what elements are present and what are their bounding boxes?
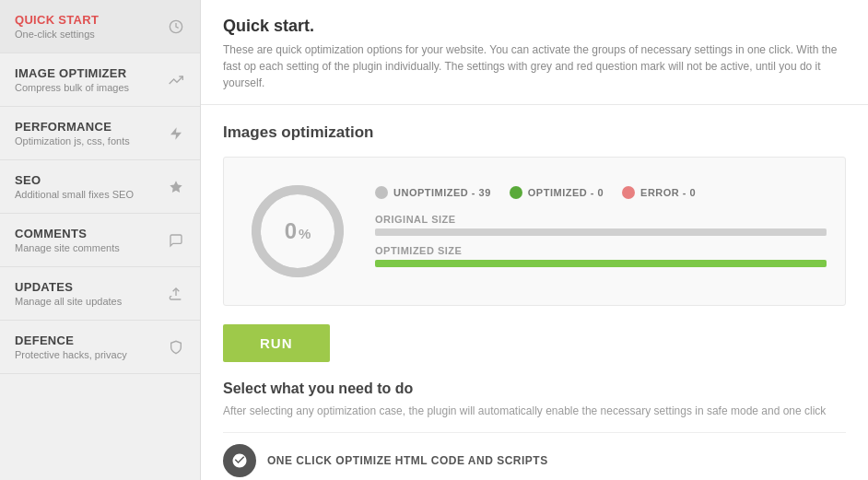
sidebar-item-title-seo: SEO — [15, 173, 159, 187]
svg-marker-2 — [170, 181, 182, 193]
page-subtitle: These are quick optimization options for… — [223, 41, 846, 91]
sidebar-item-quick-start[interactable]: QUICK START One-click settings — [0, 0, 200, 53]
original-size-label: ORIGINAL SIZE — [375, 214, 827, 225]
sidebar-item-defence[interactable]: DEFENCE Protective hacks, privacy — [0, 321, 200, 374]
sidebar-item-performance[interactable]: PERFORMANCE Optimization js, css, fonts — [0, 107, 200, 160]
shield-icon — [167, 338, 185, 357]
sidebar-item-subtitle-updates: Manage all site updates — [15, 296, 159, 307]
dot-optimized — [510, 186, 522, 199]
sidebar-item-title-image-optimizer: IMAGE OPTIMIZER — [15, 66, 159, 80]
circle-value: 0 — [285, 218, 297, 244]
optimized-size-label: OPTIMIZED SIZE — [375, 245, 827, 256]
images-optimization-title: Images optimization — [223, 123, 846, 142]
sidebar-item-comments[interactable]: COMMENTS Manage site comments — [0, 214, 200, 267]
sidebar-item-subtitle-performance: Optimization js, css, fonts — [15, 135, 159, 146]
main-scrollable-content: Images optimization 0% — [201, 105, 868, 480]
sidebar-item-subtitle-defence: Protective hacks, privacy — [15, 349, 159, 360]
sidebar-item-title-updates: UPDATES — [15, 280, 159, 294]
run-button[interactable]: RUN — [223, 324, 330, 362]
select-title: Select what you need to do — [223, 380, 846, 397]
stats-section: UNOPTIMIZED - 39 OPTIMIZED - 0 ERROR - 0 — [375, 186, 827, 276]
size-bars: ORIGINAL SIZE OPTIMIZED SIZE — [375, 214, 827, 267]
sidebar-item-updates[interactable]: UPDATES Manage all site updates — [0, 267, 200, 321]
sidebar-item-title-comments: COMMENTS — [15, 227, 159, 240]
legend-unoptimized-label: UNOPTIMIZED - 39 — [393, 187, 491, 198]
legend-optimized-label: OPTIMIZED - 0 — [528, 187, 604, 198]
sidebar-item-title-performance: PERFORMANCE — [15, 120, 159, 134]
main-content-area: Quick start. These are quick optimizatio… — [201, 0, 868, 480]
oneclick-html-scripts[interactable]: ONE CLICK OPTIMIZE HTML CODE AND SCRIPTS — [223, 432, 846, 480]
dot-unoptimized — [375, 186, 388, 199]
original-size-bar-fill — [375, 228, 827, 236]
cloud-icon — [167, 285, 185, 303]
sidebar-item-seo[interactable]: SEO Additional small fixes SEO — [0, 160, 200, 214]
svg-marker-1 — [170, 127, 182, 139]
dot-error — [622, 186, 635, 199]
optimized-size-bar-bg — [375, 260, 827, 267]
main-header: Quick start. These are quick optimizatio… — [201, 0, 868, 105]
optimized-size-bar-fill — [375, 260, 827, 267]
legend-unoptimized: UNOPTIMIZED - 39 — [375, 186, 491, 199]
select-subtitle: After selecting any optimization case, t… — [223, 404, 846, 417]
legend-error-label: ERROR - 0 — [640, 187, 696, 198]
oneclick-html-icon — [223, 444, 256, 477]
star-icon — [167, 178, 185, 196]
comment-icon — [167, 231, 185, 250]
progress-circle: 0% — [242, 176, 353, 287]
original-size-row: ORIGINAL SIZE — [375, 214, 827, 236]
sidebar-item-image-optimizer[interactable]: IMAGE OPTIMIZER Compress bulk of images — [0, 53, 200, 107]
legend-optimized: OPTIMIZED - 0 — [510, 186, 604, 199]
sidebar-item-title-quick-start: QUICK START — [15, 13, 159, 27]
original-size-bar-bg — [375, 228, 827, 236]
circle-percent: % — [299, 226, 311, 241]
sidebar-item-title-defence: DEFENCE — [15, 334, 159, 347]
lightning-icon — [167, 124, 185, 143]
sidebar-item-subtitle-quick-start: One-click settings — [15, 29, 159, 40]
chart-icon — [167, 71, 185, 89]
sidebar-item-subtitle-image-optimizer: Compress bulk of images — [15, 82, 159, 93]
circle-label: 0% — [285, 218, 311, 244]
optimization-card: 0% UNOPTIMIZED - 39 OPTIMIZED - 0 — [223, 157, 846, 306]
stats-legend: UNOPTIMIZED - 39 OPTIMIZED - 0 ERROR - 0 — [375, 186, 827, 199]
optimized-size-row: OPTIMIZED SIZE — [375, 245, 827, 267]
page-title: Quick start. — [223, 17, 846, 36]
clock-icon — [167, 18, 185, 36]
legend-error: ERROR - 0 — [622, 186, 696, 199]
sidebar-item-subtitle-comments: Manage site comments — [15, 242, 159, 253]
sidebar: QUICK START One-click settings IMAGE OPT… — [0, 0, 201, 480]
sidebar-item-subtitle-seo: Additional small fixes SEO — [15, 189, 159, 200]
oneclick-html-label: ONE CLICK OPTIMIZE HTML CODE AND SCRIPTS — [267, 454, 548, 467]
